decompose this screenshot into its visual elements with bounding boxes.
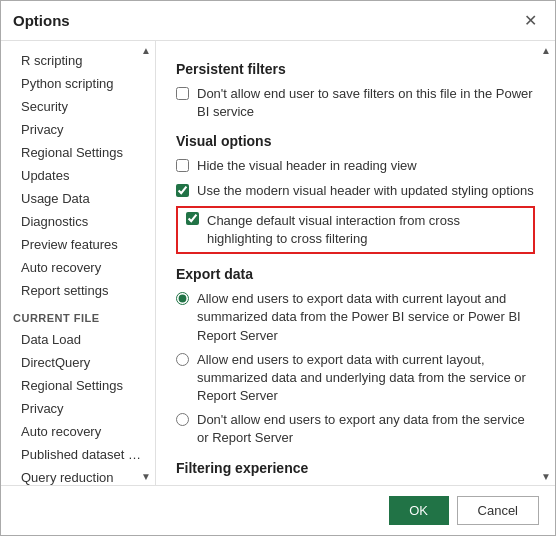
sidebar-scroll-down[interactable]: ▼ (139, 469, 153, 483)
option-row-modern-header: Use the modern visual header with update… (176, 182, 535, 200)
modern-header-text: Use the modern visual header with update… (197, 182, 534, 200)
dialog-title: Options (13, 12, 70, 29)
section-title-visual-options: Visual options (176, 133, 535, 149)
option-row: Don't allow end user to save filters on … (176, 85, 535, 121)
sidebar-item-diagnostics[interactable]: Diagnostics (1, 210, 155, 233)
cross-highlight-checkbox[interactable] (186, 212, 199, 225)
sidebar-scroll-up[interactable]: ▲ (139, 43, 153, 57)
options-dialog: Options ✕ ▲ R scripting Python scripting… (0, 0, 556, 536)
filter-types-text: Allow users to change filter types (197, 484, 387, 485)
cancel-button[interactable]: Cancel (457, 496, 539, 525)
main-scroll-up[interactable]: ▲ (539, 43, 553, 57)
hide-visual-header-checkbox[interactable] (176, 159, 189, 172)
dialog-footer: OK Cancel (1, 485, 555, 535)
option-row-hide-header: Hide the visual header in reading view (176, 157, 535, 175)
modern-header-checkbox[interactable] (176, 184, 189, 197)
sidebar-item-auto-recovery-file[interactable]: Auto recovery (1, 420, 155, 443)
title-bar: Options ✕ (1, 1, 555, 41)
sidebar-item-published-dataset[interactable]: Published dataset set... (1, 443, 155, 466)
export-text-1: Allow end users to export data with curr… (197, 290, 535, 345)
export-radio-3[interactable] (176, 413, 189, 426)
sidebar-item-regional-settings[interactable]: Regional Settings (1, 141, 155, 164)
option-row-export-1: Allow end users to export data with curr… (176, 290, 535, 345)
section-title-filtering: Filtering experience (176, 460, 535, 476)
dialog-body: ▲ R scripting Python scripting Security … (1, 41, 555, 485)
option-row-export-2: Allow end users to export data with curr… (176, 351, 535, 406)
sidebar-item-directquery[interactable]: DirectQuery (1, 351, 155, 374)
sidebar-item-privacy[interactable]: Privacy (1, 118, 155, 141)
sidebar-item-updates[interactable]: Updates (1, 164, 155, 187)
sidebar-item-query-reduction[interactable]: Query reduction (1, 466, 155, 485)
hide-visual-header-text: Hide the visual header in reading view (197, 157, 417, 175)
sidebar: ▲ R scripting Python scripting Security … (1, 41, 156, 485)
sidebar-section-label: CURRENT FILE (1, 302, 155, 328)
sidebar-item-data-load[interactable]: Data Load (1, 328, 155, 351)
sidebar-item-report-settings-global[interactable]: Report settings (1, 279, 155, 302)
close-button[interactable]: ✕ (518, 9, 543, 32)
highlighted-option-box: Change default visual interaction from c… (176, 206, 535, 254)
sidebar-item-security[interactable]: Security (1, 95, 155, 118)
persistent-filters-checkbox[interactable] (176, 87, 189, 100)
sidebar-item-regional-settings-file[interactable]: Regional Settings (1, 374, 155, 397)
sidebar-item-python-scripting[interactable]: Python scripting (1, 72, 155, 95)
section-title-export-data: Export data (176, 266, 535, 282)
main-content: ▲ Persistent filters Don't allow end use… (156, 41, 555, 485)
section-title-persistent-filters: Persistent filters (176, 61, 535, 77)
sidebar-item-privacy-file[interactable]: Privacy (1, 397, 155, 420)
export-text-3: Don't allow end users to export any data… (197, 411, 535, 447)
sidebar-item-usage-data[interactable]: Usage Data (1, 187, 155, 210)
option-row-export-3: Don't allow end users to export any data… (176, 411, 535, 447)
export-text-2: Allow end users to export data with curr… (197, 351, 535, 406)
export-radio-1[interactable] (176, 292, 189, 305)
sidebar-item-preview-features[interactable]: Preview features (1, 233, 155, 256)
sidebar-item-r-scripting[interactable]: R scripting (1, 49, 155, 72)
persistent-filters-text: Don't allow end user to save filters on … (197, 85, 535, 121)
ok-button[interactable]: OK (389, 496, 449, 525)
export-radio-2[interactable] (176, 353, 189, 366)
cross-highlight-text: Change default visual interaction from c… (207, 212, 525, 248)
option-row-filter-types: Allow users to change filter types (176, 484, 535, 485)
sidebar-item-auto-recovery-global[interactable]: Auto recovery (1, 256, 155, 279)
main-scroll-down[interactable]: ▼ (539, 469, 553, 483)
